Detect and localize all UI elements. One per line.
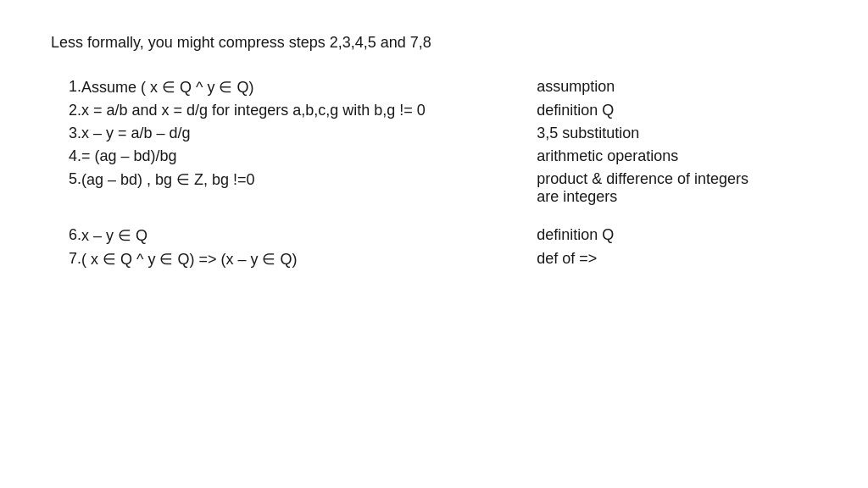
table-row: 7. ( x ∈ Q ^ y ∈ Q) => (x – y ∈ Q) def o… xyxy=(51,247,817,271)
step-number: 2. xyxy=(51,99,81,122)
intro-text: Less formally, you might compress steps … xyxy=(51,34,817,52)
page: Less formally, you might compress steps … xyxy=(0,0,868,488)
step-justification: definition Q xyxy=(537,224,817,247)
step-number: 3. xyxy=(51,122,81,145)
step-number: 5. xyxy=(51,168,81,208)
step-justification: assumption xyxy=(537,75,817,99)
step-number: 6. xyxy=(51,224,81,247)
step-number: 4. xyxy=(51,145,81,168)
step-content: x – y = a/b – d/g xyxy=(81,122,537,145)
table-row: 2. x = a/b and x = d/g for integers a,b,… xyxy=(51,99,817,122)
step-number: 1. xyxy=(51,75,81,99)
table-row: 6. x – y ∈ Q definition Q xyxy=(51,224,817,247)
step-number: 7. xyxy=(51,247,81,271)
step-justification: def of => xyxy=(537,247,817,271)
step-content: = (ag – bd)/bg xyxy=(81,145,537,168)
table-row: 4. = (ag – bd)/bg arithmetic operations xyxy=(51,145,817,168)
step-content: (ag – bd) , bg ∈ Z, bg !=0 xyxy=(81,168,537,208)
step-justification: 3,5 substitution xyxy=(537,122,817,145)
proof-table: 1. Assume ( x ∈ Q ^ y ∈ Q) assumption 2.… xyxy=(51,75,817,271)
step-content: x = a/b and x = d/g for integers a,b,c,g… xyxy=(81,99,537,122)
step-content: ( x ∈ Q ^ y ∈ Q) => (x – y ∈ Q) xyxy=(81,247,537,271)
table-row: 3. x – y = a/b – d/g 3,5 substitution xyxy=(51,122,817,145)
table-row: 1. Assume ( x ∈ Q ^ y ∈ Q) assumption xyxy=(51,75,817,99)
step-justification: arithmetic operations xyxy=(537,145,817,168)
table-row: 5. (ag – bd) , bg ∈ Z, bg !=0 product & … xyxy=(51,168,817,208)
step-content: Assume ( x ∈ Q ^ y ∈ Q) xyxy=(81,75,537,99)
step-content: x – y ∈ Q xyxy=(81,224,537,247)
step-justification: definition Q xyxy=(537,99,817,122)
step-justification: product & difference of integersare inte… xyxy=(537,168,817,208)
